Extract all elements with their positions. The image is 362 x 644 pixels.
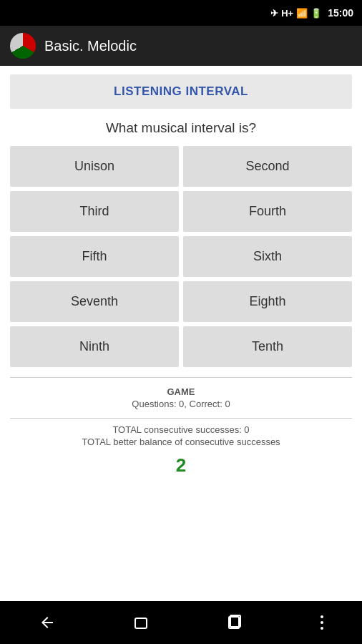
answer-btn-sixth[interactable]: Sixth — [183, 236, 352, 277]
answer-btn-eighth[interactable]: Eighth — [183, 281, 352, 322]
time-display: 15:00 — [328, 7, 353, 19]
recents-button[interactable] — [212, 608, 258, 637]
answer-btn-fourth[interactable]: Fourth — [183, 191, 352, 232]
consecutive-number: 2 — [0, 452, 362, 479]
answer-btn-fifth[interactable]: Fifth — [10, 236, 179, 277]
app-title: Basic. Melodic — [44, 38, 137, 54]
back-arrow-icon — [39, 614, 56, 631]
more-options-icon — [320, 614, 324, 631]
divider-1 — [10, 377, 352, 378]
answer-btn-ninth[interactable]: Ninth — [10, 326, 179, 367]
svg-rect-0 — [135, 618, 147, 628]
svg-point-5 — [321, 627, 323, 630]
listening-interval-banner: LISTENING INTERVAL — [10, 74, 352, 109]
listening-interval-label: LISTENING INTERVAL — [114, 84, 248, 98]
app-header: Basic. Melodic — [0, 26, 362, 66]
more-options-button[interactable] — [305, 608, 338, 637]
answer-btn-tenth[interactable]: Tenth — [183, 326, 352, 367]
total-consecutive-line: TOTAL consecutive successes: 0 — [10, 424, 352, 435]
divider-2 — [10, 418, 352, 419]
answer-btn-unison[interactable]: Unison — [10, 146, 179, 187]
back-button[interactable] — [24, 608, 70, 637]
battery-icon: 🔋 — [310, 8, 322, 19]
svg-point-3 — [321, 615, 323, 618]
airplane-icon: ✈ — [270, 8, 278, 19]
svg-point-4 — [321, 621, 323, 624]
home-button[interactable] — [118, 608, 164, 637]
status-bar: ✈ H+ 📶 🔋 15:00 — [0, 0, 362, 26]
home-icon — [132, 614, 150, 631]
app-logo — [10, 33, 36, 59]
game-stats-section: GAME Questions: 0, Correct: 0 — [0, 381, 362, 412]
answer-btn-second[interactable]: Second — [183, 146, 352, 187]
recents-icon — [226, 614, 243, 631]
answer-btn-seventh[interactable]: Seventh — [10, 281, 179, 322]
game-label: GAME — [10, 386, 352, 397]
total-stats-section: TOTAL consecutive successes: 0 TOTAL bet… — [0, 421, 362, 452]
h-plus-icon: H+ — [281, 8, 293, 19]
total-better-balance-line: TOTAL better balance of consecutive succ… — [10, 436, 352, 447]
game-stats-text: Questions: 0, Correct: 0 — [10, 399, 352, 409]
answer-btn-third[interactable]: Third — [10, 191, 179, 232]
answer-grid: Unison Second Third Fourth Fifth Sixth S… — [0, 143, 362, 374]
question-text: What musical interval is? — [0, 109, 362, 143]
bottom-nav — [0, 601, 362, 644]
signal-icon: 📶 — [296, 8, 308, 19]
main-content: LISTENING INTERVAL What musical interval… — [0, 66, 362, 601]
